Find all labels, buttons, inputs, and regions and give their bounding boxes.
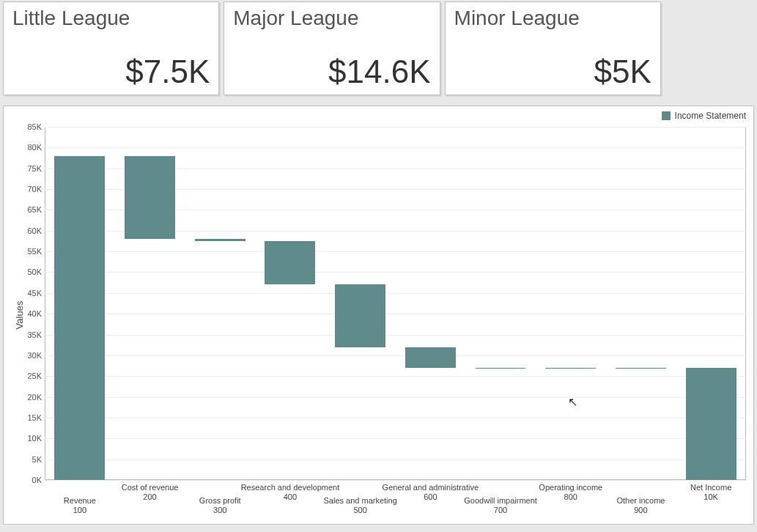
kpi-card-value: $14.6K <box>233 53 430 90</box>
kpi-card-title: Minor League <box>454 7 651 30</box>
x-tick-label: Revenue100 <box>64 496 96 514</box>
x-tick-label: Goodwill impairment700 <box>464 496 537 514</box>
kpi-card-value: $5K <box>454 53 651 90</box>
kpi-cards-row: Little League $7.5K Major League $14.6K … <box>0 0 757 95</box>
waterfall-bar[interactable] <box>195 239 245 241</box>
kpi-card-title: Little League <box>12 7 210 30</box>
waterfall-bar[interactable] <box>405 347 456 368</box>
waterfall-bar[interactable] <box>54 156 105 480</box>
y-tick-label: 10K <box>27 434 42 443</box>
kpi-card-minor-league[interactable]: Minor League $5K <box>445 1 661 95</box>
y-tick-label: 85K <box>27 122 42 131</box>
waterfall-bar[interactable] <box>616 368 666 369</box>
y-tick-label: 40K <box>27 309 42 318</box>
waterfall-chart-panel[interactable]: Income Statement Values ↖ 0K5K10K15K20K2… <box>3 106 754 525</box>
kpi-card-little-league[interactable]: Little League $7.5K <box>3 1 219 95</box>
y-tick-label: 60K <box>27 226 42 235</box>
y-tick-label: 55K <box>27 247 42 256</box>
kpi-card-title: Major League <box>233 7 430 30</box>
waterfall-bar[interactable] <box>545 368 596 369</box>
legend-label: Income Statement <box>675 111 746 121</box>
x-tick-label: Cost of revenue200 <box>122 483 179 501</box>
kpi-card-value: $7.5K <box>12 53 210 90</box>
y-tick-label: 70K <box>27 185 42 193</box>
x-tick-label: Other income900 <box>616 496 665 514</box>
y-tick-label: 25K <box>27 372 42 380</box>
legend-swatch-icon <box>662 111 671 120</box>
x-tick-label: Gross profit300 <box>199 496 241 514</box>
y-tick-label: 30K <box>27 351 42 360</box>
chart-legend: Income Statement <box>662 111 746 121</box>
y-tick-label: 75K <box>27 164 42 173</box>
y-tick-label: 20K <box>27 393 42 402</box>
x-tick-label: Net Income10K <box>690 483 731 501</box>
y-tick-label: 0K <box>32 476 42 484</box>
waterfall-bar[interactable] <box>335 284 385 347</box>
y-tick-label: 65K <box>27 205 42 214</box>
y-tick-label: 5K <box>32 455 42 464</box>
y-tick-label: 35K <box>27 330 42 339</box>
y-tick-label: 45K <box>27 289 42 298</box>
y-axis-label: Values <box>14 301 25 330</box>
y-tick-label: 80K <box>27 143 42 152</box>
waterfall-bar[interactable] <box>476 368 526 369</box>
y-tick-label: 15K <box>27 413 42 422</box>
waterfall-bar[interactable] <box>686 368 736 480</box>
x-tick-label: Operating income800 <box>539 483 602 501</box>
y-tick-label: 50K <box>27 267 42 276</box>
kpi-card-major-league[interactable]: Major League $14.6K <box>224 1 440 95</box>
waterfall-bar[interactable] <box>265 241 315 285</box>
waterfall-bar[interactable] <box>125 156 175 239</box>
